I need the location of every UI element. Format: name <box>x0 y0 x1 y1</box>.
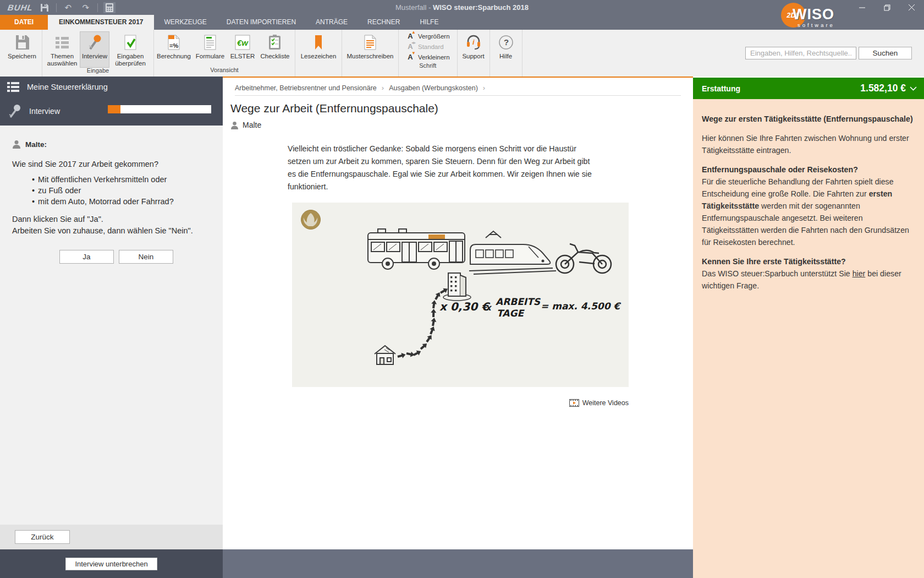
breadcrumb-item[interactable]: Ausgaben (Werbungskosten) <box>389 81 478 95</box>
ribbon-group-musterschreiben: Musterschreiben <box>342 30 399 77</box>
lesezeichen-button[interactable]: Lesezeichen <box>297 32 340 67</box>
topic-list-icon <box>53 33 72 52</box>
tab-werkzeuge[interactable]: WERKZEUGE <box>154 15 216 30</box>
font-decrease-icon: A▼ <box>406 53 415 61</box>
ribbon-group-label: Voransicht <box>156 67 293 77</box>
refund-label: Erstattung <box>702 84 740 93</box>
titlebar-divider <box>97 3 98 12</box>
tab-antraege[interactable]: ANTRÄGE <box>306 15 358 30</box>
ja-button[interactable]: Ja <box>59 250 114 264</box>
search-input[interactable] <box>745 47 856 59</box>
bookmark-icon <box>309 33 328 52</box>
tab-einkommensteuer-2017[interactable]: EINKOMMENSTEUER 2017 <box>48 15 154 30</box>
ribbon-group-label: Eingabe <box>44 67 152 77</box>
svg-text:= max. 4.500 €: = max. 4.500 € <box>541 301 621 312</box>
breadcrumb-item[interactable]: Arbeitnehmer, Betriebsrentner und Pensio… <box>235 81 377 95</box>
font-standard-icon: A◂▸ <box>406 42 415 51</box>
help-icon: ? <box>497 33 515 52</box>
ribbon-search: Suchen <box>745 47 912 59</box>
list-item: •zu Fuß oder <box>32 186 212 195</box>
font-enlarge-button[interactable]: A▲ Vergrößern <box>406 32 450 40</box>
quick-save-icon[interactable] <box>38 2 51 13</box>
main-content: Arbeitnehmer, Betriebsrentner und Pensio… <box>223 78 693 549</box>
checklist-clipboard-icon <box>266 33 284 52</box>
interview-unterbrechen-button[interactable]: Interview unterbrechen <box>65 558 157 570</box>
bullet-icon: • <box>32 186 35 195</box>
speaker-row: Malte: <box>12 140 212 149</box>
redo-icon[interactable]: ↷ <box>80 2 92 13</box>
calculator-icon[interactable] <box>103 2 116 13</box>
tab-rechner[interactable]: RECHNER <box>358 15 410 30</box>
person-line: Malte <box>230 121 693 129</box>
tab-daten-importieren[interactable]: DATEN IMPORTIEREN <box>217 15 306 30</box>
form-page-icon <box>201 33 219 52</box>
ribbon-group-voransicht: =% Berechnung Formulare €w ELSTER <box>154 30 295 77</box>
formulare-button[interactable]: Formulare <box>192 32 228 67</box>
interview-button[interactable]: Interview <box>80 32 109 67</box>
interview-progress-bar <box>108 105 211 113</box>
checkliste-button[interactable]: Checkliste <box>257 32 293 67</box>
weitere-videos-link[interactable]: Weitere Videos <box>582 399 629 407</box>
titlebar-divider <box>56 3 57 12</box>
zurueck-button[interactable]: Zurück <box>15 530 70 544</box>
buhl-logo: BUHL <box>7 3 34 12</box>
person-icon <box>12 140 21 149</box>
nein-button[interactable]: Nein <box>119 250 173 264</box>
explainer-video-still[interactable]: x 0,30 € x ARBEITS TAGE = max. 4.500 € <box>292 203 629 387</box>
wiso-software-label: software <box>798 22 835 28</box>
hilfe-button[interactable]: ? Hilfe <box>492 32 520 67</box>
check-page-icon <box>121 33 140 52</box>
berechnung-button[interactable]: =% Berechnung <box>156 32 192 67</box>
sidebar-interview-label: Interview <box>29 107 60 116</box>
speaker-name: Malte: <box>25 140 47 149</box>
tab-datei[interactable]: DATEI <box>0 15 48 30</box>
interview-sidebar: Meine Steuererklärung Interview Malte: W… <box>0 77 223 578</box>
svg-text:x 0,30 €: x 0,30 € <box>439 300 491 313</box>
eingaben-ueberpruefen-button[interactable]: Eingaben überprüfen <box>109 32 152 67</box>
ribbon-group-hilfe: ? Hilfe <box>490 30 522 77</box>
person-icon <box>230 121 239 129</box>
svg-text:?: ? <box>504 37 509 47</box>
elster-button[interactable]: €w ELSTER <box>228 32 257 67</box>
restore-button[interactable] <box>875 0 899 15</box>
support-button[interactable]: i Support <box>459 32 488 67</box>
ribbon-group-schrift: A▲ Vergrößern A◂▸ Standard A▼ Verkleiner… <box>399 30 458 77</box>
refund-header[interactable]: Erstattung 1.582,10 € <box>693 78 924 99</box>
speichern-button[interactable]: Speichern <box>4 32 40 67</box>
svg-text:TAGE: TAGE <box>497 308 525 319</box>
bullet-icon: • <box>32 197 35 206</box>
hier-link[interactable]: hier <box>853 269 866 278</box>
intro-paragraph: Vielleicht ein tröstlicher Gedanke: Soba… <box>288 143 597 193</box>
chevron-right-icon: › <box>382 81 384 95</box>
help-heading: Entfernungspauschale oder Reisekosten? <box>702 163 915 176</box>
interview-question-panel: Malte: Wie sind Sie 2017 zur Arbeit geko… <box>0 126 223 525</box>
close-button[interactable] <box>899 0 924 15</box>
musterschreiben-button[interactable]: Musterschreiben <box>344 32 397 67</box>
sidebar-interview-row[interactable]: Interview <box>0 97 223 126</box>
question-instructions: Dann klicken Sie auf "Ja". Arbeiten Sie … <box>12 214 212 237</box>
sidebar-header[interactable]: Meine Steuererklärung <box>0 77 223 97</box>
headset-icon: i <box>464 33 483 52</box>
ribbon-group-speichern: Speichern <box>2 30 42 77</box>
save-icon <box>13 33 31 52</box>
ribbon-group-label <box>459 67 488 77</box>
search-button[interactable]: Suchen <box>859 47 912 59</box>
font-shrink-button[interactable]: A▼ Verkleinern <box>406 53 450 61</box>
undo-icon[interactable]: ↶ <box>62 2 74 13</box>
list-menu-icon <box>7 82 19 92</box>
help-paragraph: Hier können Sie Ihre Fahrten zwischen Wo… <box>702 132 915 156</box>
svg-text:i: i <box>472 38 475 46</box>
breadcrumb: Arbeitnehmer, Betriebsrentner und Pensio… <box>235 81 681 96</box>
chevron-down-icon[interactable] <box>910 86 917 91</box>
person-name: Malte <box>243 121 261 129</box>
tab-hilfe[interactable]: HILFE <box>410 15 448 30</box>
ribbon-group-label <box>492 67 520 77</box>
font-standard-button[interactable]: A◂▸ Standard <box>406 42 450 51</box>
sidebar-bottom-bar: Interview unterbrechen <box>0 549 223 578</box>
themen-auswaehlen-button[interactable]: Themen auswählen <box>44 32 80 67</box>
answer-options-list: •Mit öffentlichen Verkehrsmitteln oder •… <box>32 175 212 206</box>
ribbon-group-eingabe: Themen auswählen Interview Eingaben über… <box>42 30 154 77</box>
svg-text:=%: =% <box>169 42 178 49</box>
svg-text:€w: €w <box>237 38 249 47</box>
app-window: BUHL ↶ ↷ Musterfall - WISO steuer:Sparbu… <box>0 0 924 578</box>
